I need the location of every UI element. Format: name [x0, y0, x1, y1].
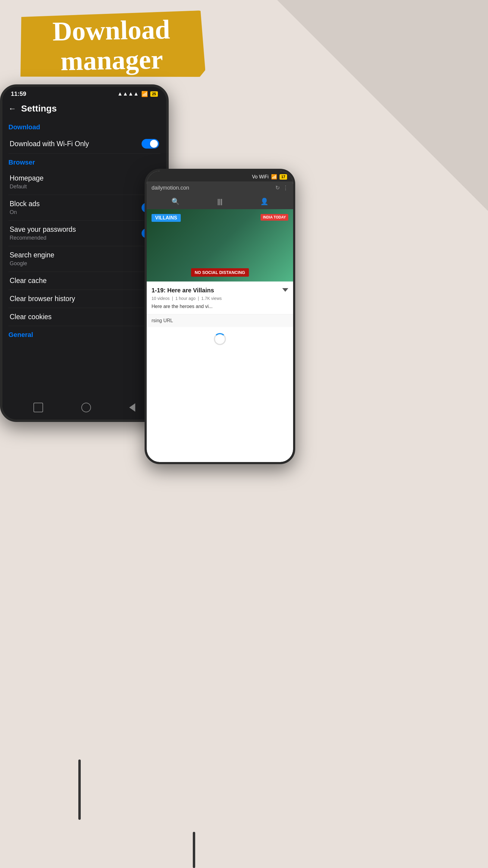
download-wifi-only-item: Download with Wi-Fi Only [8, 134, 160, 154]
profile-nav-icon[interactable]: 👤 [260, 198, 268, 206]
phone1-screen: 11:59 ▲▲▲▲ 📶 25 ← Settings Download Down… [2, 87, 166, 420]
phone2-device: Vo WiFi 📶 17 dailymotion.con ↻ ⋮ 🔍 ||| 👤… [144, 169, 295, 464]
signal-icon: ▲▲▲▲ [117, 91, 138, 97]
phone1-device: 11:59 ▲▲▲▲ 📶 25 ← Settings Download Down… [0, 84, 169, 422]
news-thumbnail: VILLAINS INDIA TODAY NO SOCIAL DISTANCIN… [147, 209, 293, 281]
search-engine-item[interactable]: Search engine Google [8, 246, 160, 272]
phone2-nav-bar: 🔍 ||| 👤 [147, 194, 293, 209]
homepage-sublabel: Default [10, 184, 44, 190]
download-wifi-only-label: Download with Wi-Fi Only [10, 140, 89, 148]
news-headline: 1-19: Here are Villains [152, 286, 279, 294]
phone1-nav-bar [2, 398, 166, 420]
title-banner: Download manager [18, 10, 205, 80]
save-passwords-item: Save your passwords Recommended [8, 221, 160, 246]
clear-cache-button[interactable]: Clear cache [8, 272, 160, 290]
save-passwords-text: Save your passwords Recommended [10, 225, 76, 241]
nav-back-button[interactable] [129, 403, 135, 412]
status-bar: 11:59 ▲▲▲▲ 📶 25 [2, 87, 166, 98]
settings-header: ← Settings [2, 98, 166, 119]
wifi-icon: 📶 [141, 91, 148, 97]
download-wifi-only-toggle[interactable] [141, 139, 159, 149]
phone1-cable [78, 760, 81, 820]
villains-badge: VILLAINS [152, 214, 181, 222]
download-section-label: Download [8, 119, 160, 134]
spinner-animation [214, 333, 226, 345]
phone2-status-bar: Vo WiFi 📶 17 [147, 171, 293, 181]
chevron-down-icon[interactable] [282, 288, 288, 292]
clear-cookies-button[interactable]: Clear cookies [8, 308, 160, 326]
loading-spinner [147, 327, 293, 351]
processing-url-label: rsing URL [147, 314, 293, 327]
bookmarks-nav-icon[interactable]: ||| [217, 198, 222, 206]
phone2-stand [193, 832, 195, 868]
browser-content: VILLAINS INDIA TODAY NO SOCIAL DISTANCIN… [147, 209, 293, 462]
save-passwords-sublabel: Recommended [10, 235, 76, 241]
background-decoration [277, 0, 488, 211]
browser-section-label: Browser [8, 154, 160, 169]
menu-icon[interactable]: ⋮ [283, 184, 288, 191]
news-description: Here are the heroes and vi... [152, 304, 288, 309]
search-engine-sublabel: Google [10, 260, 54, 267]
india-today-badge: INDIA TODAY [261, 214, 288, 221]
reload-icon[interactable]: ↻ [275, 184, 280, 191]
phone2-signal-icon: 📶 [271, 174, 277, 180]
view-count: 1.7K views [201, 296, 222, 301]
no-social-distancing-badge: NO SOCIAL DISTANCING [191, 268, 249, 277]
time-ago: 1 hour ago [175, 296, 195, 301]
status-time: 11:59 [11, 90, 26, 97]
nav-home-button[interactable] [82, 403, 91, 412]
news-item[interactable]: 1-19: Here are Villains 10 videos | 1 ho… [147, 281, 293, 314]
phone2-screen: Vo WiFi 📶 17 dailymotion.con ↻ ⋮ 🔍 ||| 👤… [147, 171, 293, 462]
block-ads-label: Block ads [10, 200, 40, 208]
back-button[interactable]: ← [8, 104, 16, 113]
save-passwords-label: Save your passwords [10, 225, 76, 234]
settings-content: Download Download with Wi-Fi Only Browse… [2, 119, 166, 398]
homepage-item[interactable]: Homepage Default [8, 169, 160, 195]
search-engine-label: Search engine [10, 251, 54, 259]
nav-recent-button[interactable] [33, 403, 43, 412]
homepage-label: Homepage [10, 174, 44, 182]
block-ads-item: Block ads On [8, 195, 160, 221]
block-ads-sublabel: On [10, 209, 40, 216]
settings-title: Settings [21, 103, 57, 114]
url-text: dailymotion.con [152, 185, 272, 191]
search-nav-icon[interactable]: 🔍 [171, 198, 180, 206]
video-count: 10 videos [152, 296, 170, 301]
general-section-label: General [8, 326, 160, 342]
status-icons: ▲▲▲▲ 📶 25 [117, 91, 158, 97]
download-wifi-only-text: Download with Wi-Fi Only [10, 140, 89, 148]
news-item-header: 1-19: Here are Villains [152, 286, 288, 294]
homepage-text: Homepage Default [10, 174, 44, 190]
search-engine-text: Search engine Google [10, 251, 54, 267]
news-meta: 10 videos | 1 hour ago | 1.7K views [152, 296, 288, 301]
clear-browser-history-button[interactable]: Clear browser history [8, 290, 160, 308]
block-ads-text: Block ads On [10, 200, 40, 216]
phone2-battery-icon: 17 [280, 174, 287, 180]
battery-icon: 25 [150, 91, 158, 97]
url-bar[interactable]: dailymotion.con ↻ ⋮ [147, 181, 293, 194]
title-text: Download manager [52, 14, 171, 76]
phone2-wifi-label: Vo WiFi [252, 174, 269, 180]
